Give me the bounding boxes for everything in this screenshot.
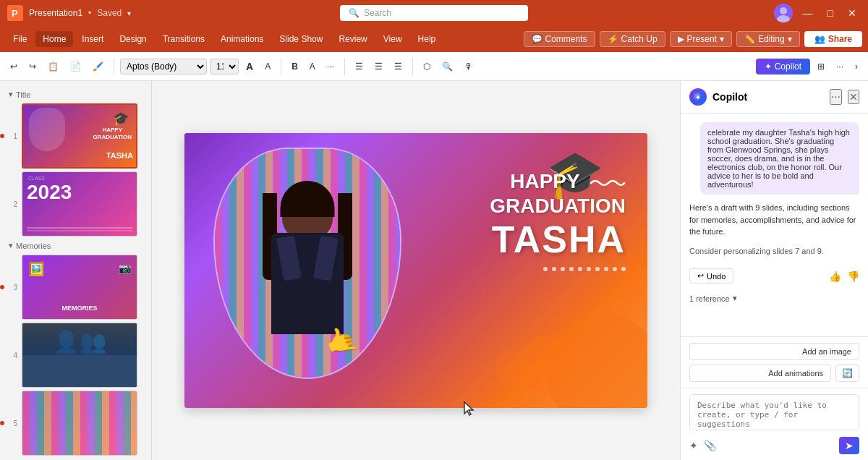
copilot-input-area: ✦ 📎 ➤: [681, 388, 868, 460]
catchup-button[interactable]: ⚡ Catch Up: [600, 31, 665, 47]
section-collapse-icon: ▾: [9, 90, 13, 99]
present-button[interactable]: ▶ Present ▾: [670, 31, 732, 47]
add-image-button[interactable]: Add an image: [689, 343, 859, 360]
format-toolbar: ↩ ↪ 📋 📄 🖌️ Aptos (Body) 11 A A B A ··· ☰…: [0, 52, 868, 81]
expand-button[interactable]: ›: [851, 59, 862, 74]
menu-design[interactable]: Design: [112, 31, 153, 47]
slide-item-1[interactable]: 1 🎓 HAPPYGRADUATION TASHA: [0, 102, 151, 170]
divider4: [412, 58, 413, 75]
slide-text-area: HAPPY GRADUATION TASHA: [490, 169, 626, 271]
present-icon: ▶: [678, 34, 684, 44]
main-content: ▾ Title 1 🎓 HAPPYGRADUATION TASHA 2: [0, 81, 868, 460]
menu-view[interactable]: View: [376, 31, 409, 47]
undo-row: ↩ Undo 👍 👎: [689, 268, 859, 284]
slide-item-4[interactable]: 4 👤👥: [0, 321, 151, 389]
menu-review[interactable]: Review: [331, 31, 374, 47]
cursor-icon: [463, 401, 476, 417]
bullets-button[interactable]: ☰: [351, 59, 367, 74]
minimize-button[interactable]: —: [799, 6, 817, 20]
reference-chevron-icon: ▾: [733, 294, 737, 303]
refresh-button[interactable]: 🔄: [835, 365, 859, 382]
slide-item-5[interactable]: 5: [0, 389, 151, 457]
numbering-button[interactable]: ☰: [370, 59, 387, 74]
increase-font-button[interactable]: A: [242, 59, 258, 74]
copilot-input[interactable]: [689, 394, 859, 430]
slide-thumb-2: CLASS 2023: [22, 171, 137, 237]
menu-insert[interactable]: Insert: [75, 31, 111, 47]
slide-panel: ▾ Title 1 🎓 HAPPYGRADUATION TASHA 2: [0, 81, 152, 460]
undo-button[interactable]: ↩ Undo: [689, 268, 733, 284]
user-message: celebrate my daughter Tasha's high high …: [700, 122, 859, 195]
copilot-input-actions: ✦ 📎 ➤: [689, 437, 859, 454]
menu-help[interactable]: Help: [411, 31, 443, 47]
dictate-button[interactable]: 🎙: [460, 59, 477, 74]
clipboard-button[interactable]: 📋: [43, 59, 63, 74]
title-section-header[interactable]: ▾ Title: [0, 87, 151, 102]
search-box[interactable]: 🔍 Search: [340, 5, 528, 21]
slide-thumb-4: 👤👥: [22, 323, 137, 388]
attach-button[interactable]: 📎: [704, 440, 716, 451]
dropdown-arrow-icon[interactable]: ▾: [127, 9, 131, 17]
canvas-area: 🤙 🎓 HAPPY GRADUATION TASHA: [152, 81, 680, 460]
user-avatar[interactable]: [774, 4, 793, 22]
menu-home[interactable]: Home: [35, 31, 73, 47]
catchup-icon: ⚡: [608, 34, 618, 44]
more-toolbar-button[interactable]: ···: [832, 59, 848, 74]
grid-button[interactable]: ⊞: [813, 59, 829, 74]
align-button[interactable]: ☰: [390, 59, 407, 74]
font-color-button[interactable]: A: [305, 59, 320, 74]
menu-slideshow[interactable]: Slide Show: [272, 31, 330, 47]
decrease-font-button[interactable]: A: [260, 59, 275, 74]
ai-message-1: Here's a draft with 9 slides, including …: [689, 202, 859, 238]
slide-item-2[interactable]: 2 CLASS 2023: [0, 170, 151, 238]
divider3: [344, 58, 345, 75]
menu-animations[interactable]: Animations: [213, 31, 271, 47]
more-format-button[interactable]: ···: [323, 59, 339, 74]
copilot-actions: Add an image Add animations 🔄: [681, 336, 868, 388]
main-slide[interactable]: 🤙 🎓 HAPPY GRADUATION TASHA: [184, 133, 647, 408]
ai-message-2: Consider personalizing slides 7 and 9.: [689, 245, 859, 257]
sparkle-button[interactable]: ✦: [689, 440, 698, 451]
wave-decoration: [590, 177, 626, 189]
maximize-button[interactable]: □: [823, 6, 838, 20]
thumbs-down-button[interactable]: 👎: [847, 271, 859, 282]
redo-button[interactable]: ↪: [25, 59, 41, 74]
find-button[interactable]: 🔍: [438, 59, 457, 74]
memories-section-header[interactable]: ▾ Memories: [0, 238, 151, 253]
slide-item-3[interactable]: 3 🖼️ 📷 MEMORIES: [0, 253, 151, 321]
slide-thumb-3: 🖼️ 📷 MEMORIES: [22, 255, 137, 320]
bold-button[interactable]: B: [287, 59, 302, 74]
thumbs-up-button[interactable]: 👍: [829, 271, 841, 282]
share-icon: 👥: [814, 34, 825, 44]
divider2: [281, 58, 281, 75]
format-paint-button[interactable]: 🖌️: [88, 59, 108, 74]
send-button[interactable]: ➤: [839, 437, 859, 454]
share-button[interactable]: 👥 Share: [804, 31, 862, 47]
blob-circle-3: [495, 350, 532, 386]
editing-button[interactable]: ✏️ Editing ▾: [736, 31, 800, 47]
comments-button[interactable]: 💬 Comments: [524, 31, 595, 47]
svg-text:P: P: [12, 8, 18, 19]
memories-collapse-icon: ▾: [9, 241, 13, 250]
paste-button[interactable]: 📄: [66, 59, 85, 74]
close-button[interactable]: ✕: [843, 6, 861, 20]
add-animations-button[interactable]: Add animations: [689, 365, 831, 382]
comments-icon: 💬: [532, 34, 542, 44]
copilot-more-button[interactable]: ···: [830, 89, 842, 105]
copilot-close-button[interactable]: ✕: [848, 90, 859, 104]
undo-button[interactable]: ↩: [6, 59, 22, 74]
shapes-button[interactable]: ⬡: [419, 59, 435, 74]
memories-label: Memories: [16, 242, 51, 250]
saved-label: Saved: [97, 8, 122, 18]
name-text: TASHA: [490, 218, 626, 261]
menu-file[interactable]: File: [6, 31, 34, 47]
saved-status: •: [88, 8, 91, 18]
slide-num-4: 4: [6, 352, 17, 359]
copilot-panel: ✦ Copilot ··· ✕ celebrate my daughter Ta…: [680, 81, 868, 460]
section-title-label: Title: [16, 90, 30, 99]
menu-transitions[interactable]: Transitions: [156, 31, 212, 47]
font-selector[interactable]: Aptos (Body): [120, 59, 207, 74]
reference-row[interactable]: 1 reference ▾: [689, 294, 859, 303]
font-size-selector[interactable]: 11: [210, 59, 239, 74]
copilot-toolbar-button[interactable]: ✦ Copilot: [756, 59, 810, 74]
